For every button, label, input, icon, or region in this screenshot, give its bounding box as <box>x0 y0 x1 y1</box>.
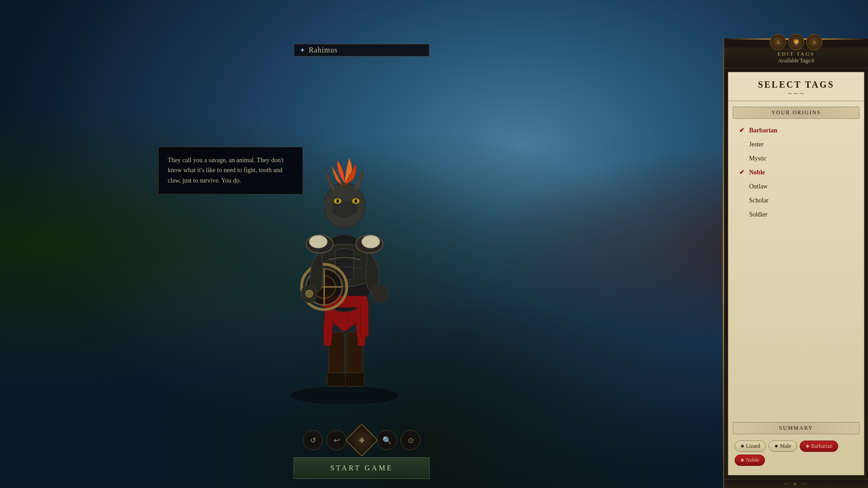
tag-item-noble[interactable]: ✔ Noble <box>733 165 859 179</box>
content-area: ✦ <box>0 38 868 488</box>
panel-icon-center: 🦁 <box>788 34 804 50</box>
summary-tag-barbarian-label: Barbarian <box>811 443 832 450</box>
panel-icon-right: ⚔ <box>806 34 822 50</box>
character-name-input[interactable] <box>309 46 417 54</box>
tag-check-noble: ✔ <box>739 169 746 176</box>
tag-label-barbarian: Barbarian <box>749 127 777 134</box>
summary-tag-noble-label: Noble <box>746 457 759 464</box>
tag-item-barbarian[interactable]: ✔ Barbarian <box>733 123 859 137</box>
bottom-deco-pattern: ⊷ ◆ ⊶ <box>784 481 808 486</box>
panel-top-icons: ⚔ 🦁 ⚔ <box>770 34 822 50</box>
edit-tags-header: EDIT TAGS Available Tags:0 <box>724 47 868 68</box>
tag-label-noble: Noble <box>749 169 765 176</box>
star-icon-barbarian: ✱ <box>806 444 809 449</box>
rotate-left-icon: ↺ <box>310 436 316 445</box>
bottom-controls: ↺ ↩ ❖ 🔍 ⊙ <box>303 428 420 452</box>
summary-section: SUMMARY ✱ Lizard ✱ Male ✱ Barbarian <box>728 422 864 475</box>
tooltip-box: They call you a savage, an animal. They … <box>158 147 303 194</box>
summary-header: SUMMARY <box>733 422 859 434</box>
undo-button[interactable]: ↩ <box>326 430 346 450</box>
tag-label-outlaw: Outlaw <box>749 183 768 190</box>
tag-item-soldier[interactable]: ✔ Soldier <box>733 207 859 221</box>
summary-tags: ✱ Lizard ✱ Male ✱ Barbarian ✱ <box>733 439 859 470</box>
svg-point-20 <box>336 199 339 203</box>
tag-item-mystic[interactable]: ✔ Mystic <box>733 151 859 165</box>
start-game-button[interactable]: START GAME <box>293 457 429 479</box>
star-icon-lizard: ✱ <box>741 444 744 449</box>
character-display <box>259 70 430 409</box>
character-area: ✦ <box>0 38 723 488</box>
svg-point-22 <box>372 285 388 303</box>
available-tags-count: Available Tags:0 <box>730 57 863 64</box>
svg-point-25 <box>306 290 313 297</box>
summary-tag-lizard-label: Lizard <box>746 443 760 450</box>
svg-rect-24 <box>360 300 368 337</box>
svg-point-14 <box>362 235 380 248</box>
rotate-left-button[interactable]: ↺ <box>303 430 323 450</box>
tag-item-scholar[interactable]: ✔ Scholar <box>733 193 859 207</box>
tag-label-scholar: Scholar <box>749 197 769 204</box>
tag-item-outlaw[interactable]: ✔ Outlaw <box>733 179 859 193</box>
undo-icon: ↩ <box>334 436 340 445</box>
tag-label-mystic: Mystic <box>749 155 767 162</box>
tag-check-barbarian: ✔ <box>739 127 746 134</box>
select-tags-title: SELECT TAGS <box>728 72 864 101</box>
star-icon-male: ✱ <box>774 444 778 449</box>
origins-header: YOUR ORIGINS <box>733 107 859 119</box>
tag-label-soldier: Soldier <box>749 211 767 218</box>
zoom-out-button[interactable]: ⊙ <box>401 430 420 450</box>
svg-rect-3 <box>327 373 346 386</box>
zoom-in-button[interactable]: 🔍 <box>377 430 397 450</box>
panel-icon-left: ⚔ <box>770 34 786 50</box>
origins-section: YOUR ORIGINS ✔ Barbarian ✔ Jester ✔ M <box>728 101 864 225</box>
center-gem-button[interactable]: ❖ <box>345 423 378 457</box>
svg-rect-4 <box>345 373 364 386</box>
summary-tag-noble[interactable]: ✱ Noble <box>735 455 765 466</box>
panel-bottom-decoration: ⊷ ◆ ⊶ <box>724 479 868 488</box>
tag-label-jester: Jester <box>749 141 764 148</box>
name-icon: ✦ <box>300 47 305 54</box>
zoom-out-icon: ⊙ <box>408 436 414 445</box>
svg-point-21 <box>354 199 357 203</box>
right-panel: ⚔ 🦁 ⚔ EDIT TAGS Available Tags:0 SELECT … <box>723 38 868 488</box>
summary-tag-male-label: Male <box>780 443 791 450</box>
summary-tag-lizard[interactable]: ✱ Lizard <box>735 441 766 452</box>
name-input-container: ✦ <box>294 44 429 56</box>
tooltip-text: They call you a savage, an animal. They … <box>168 157 284 184</box>
star-icon-noble: ✱ <box>741 458 744 463</box>
svg-point-15 <box>309 235 327 248</box>
zoom-in-icon: 🔍 <box>382 436 392 445</box>
edit-tags-title: EDIT TAGS <box>730 51 863 56</box>
tag-item-jester[interactable]: ✔ Jester <box>733 137 859 151</box>
summary-tag-barbarian[interactable]: ✱ Barbarian <box>800 441 838 452</box>
tags-panel-inner: SELECT TAGS YOUR ORIGINS ✔ Barbarian ✔ J… <box>728 72 864 475</box>
main-container: CHARACTER CREATION Origin Appearance Pre… <box>0 0 868 488</box>
gem-icon: ❖ <box>359 436 365 445</box>
summary-tag-male[interactable]: ✱ Male <box>769 441 797 452</box>
svg-point-0 <box>290 386 399 404</box>
